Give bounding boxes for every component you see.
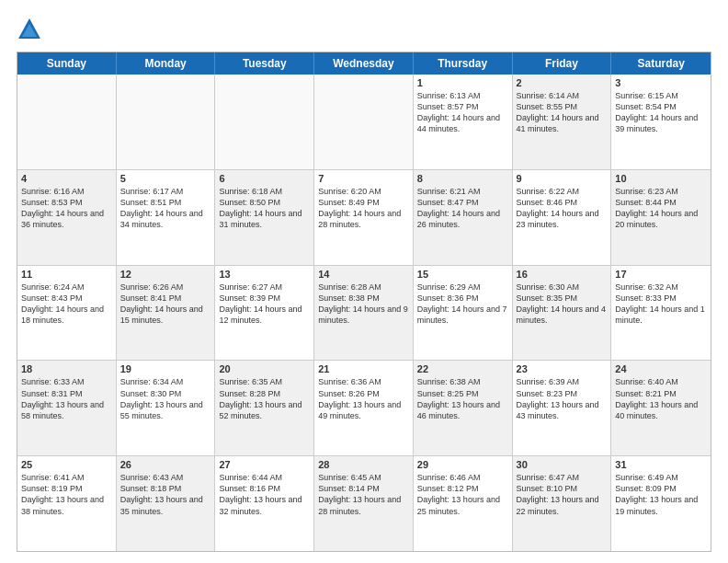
- day-cell-1: 1Sunrise: 6:13 AM Sunset: 8:57 PM Daylig…: [414, 75, 513, 169]
- day-info: Sunrise: 6:23 AM Sunset: 8:44 PM Dayligh…: [615, 187, 698, 229]
- day-info: Sunrise: 6:14 AM Sunset: 8:55 PM Dayligh…: [517, 91, 599, 133]
- day-info: Sunrise: 6:27 AM Sunset: 8:39 PM Dayligh…: [219, 282, 301, 325]
- day-cell-4: 4Sunrise: 6:16 AM Sunset: 8:53 PM Daylig…: [17, 170, 117, 265]
- day-number: 15: [417, 269, 508, 280]
- empty-cell: [17, 75, 117, 169]
- day-info: Sunrise: 6:36 AM Sunset: 8:26 PM Dayligh…: [318, 377, 401, 419]
- day-info: Sunrise: 6:33 AM Sunset: 8:31 PM Dayligh…: [21, 377, 104, 419]
- week-row-2: 4Sunrise: 6:16 AM Sunset: 8:53 PM Daylig…: [17, 169, 711, 265]
- day-number: 30: [517, 459, 608, 470]
- day-number: 29: [417, 459, 508, 470]
- day-cell-11: 11Sunrise: 6:24 AM Sunset: 8:43 PM Dayli…: [17, 266, 117, 361]
- header-day-sunday: Sunday: [17, 52, 117, 75]
- day-info: Sunrise: 6:17 AM Sunset: 8:51 PM Dayligh…: [120, 187, 203, 229]
- day-cell-5: 5Sunrise: 6:17 AM Sunset: 8:51 PM Daylig…: [117, 170, 216, 265]
- day-info: Sunrise: 6:28 AM Sunset: 8:38 PM Dayligh…: [318, 282, 408, 325]
- day-info: Sunrise: 6:24 AM Sunset: 8:43 PM Dayligh…: [21, 282, 104, 325]
- day-cell-22: 22Sunrise: 6:38 AM Sunset: 8:25 PM Dayli…: [414, 361, 513, 455]
- logo-icon: [17, 17, 42, 42]
- day-number: 8: [417, 173, 508, 184]
- day-cell-24: 24Sunrise: 6:40 AM Sunset: 8:21 PM Dayli…: [611, 361, 711, 455]
- day-cell-14: 14Sunrise: 6:28 AM Sunset: 8:38 PM Dayli…: [314, 266, 414, 361]
- day-info: Sunrise: 6:40 AM Sunset: 8:21 PM Dayligh…: [615, 377, 698, 419]
- day-number: 12: [120, 269, 211, 280]
- day-number: 13: [219, 269, 310, 280]
- day-info: Sunrise: 6:20 AM Sunset: 8:49 PM Dayligh…: [318, 187, 401, 229]
- day-info: Sunrise: 6:46 AM Sunset: 8:12 PM Dayligh…: [417, 473, 500, 515]
- day-info: Sunrise: 6:21 AM Sunset: 8:47 PM Dayligh…: [417, 187, 500, 229]
- day-number: 25: [21, 459, 112, 470]
- day-number: 24: [615, 363, 707, 374]
- day-info: Sunrise: 6:32 AM Sunset: 8:33 PM Dayligh…: [615, 282, 705, 325]
- header-day-thursday: Thursday: [414, 52, 513, 75]
- day-cell-15: 15Sunrise: 6:29 AM Sunset: 8:36 PM Dayli…: [414, 266, 513, 361]
- day-cell-2: 2Sunrise: 6:14 AM Sunset: 8:55 PM Daylig…: [513, 75, 612, 169]
- day-info: Sunrise: 6:29 AM Sunset: 8:36 PM Dayligh…: [417, 282, 507, 325]
- day-cell-31: 31Sunrise: 6:49 AM Sunset: 8:09 PM Dayli…: [611, 456, 711, 551]
- header-day-tuesday: Tuesday: [215, 52, 314, 75]
- day-info: Sunrise: 6:22 AM Sunset: 8:46 PM Dayligh…: [517, 187, 599, 229]
- day-number: 16: [517, 269, 608, 280]
- day-number: 27: [219, 459, 310, 470]
- week-row-3: 11Sunrise: 6:24 AM Sunset: 8:43 PM Dayli…: [17, 265, 711, 361]
- day-info: Sunrise: 6:35 AM Sunset: 8:28 PM Dayligh…: [219, 377, 301, 419]
- week-row-5: 25Sunrise: 6:41 AM Sunset: 8:19 PM Dayli…: [17, 455, 711, 551]
- day-number: 6: [219, 173, 310, 184]
- day-number: 19: [120, 363, 211, 374]
- empty-cell: [215, 75, 314, 169]
- header-day-saturday: Saturday: [611, 52, 711, 75]
- day-cell-7: 7Sunrise: 6:20 AM Sunset: 8:49 PM Daylig…: [314, 170, 414, 265]
- header: [17, 17, 711, 42]
- day-cell-30: 30Sunrise: 6:47 AM Sunset: 8:10 PM Dayli…: [513, 456, 612, 551]
- calendar-header: SundayMondayTuesdayWednesdayThursdayFrid…: [17, 52, 711, 75]
- day-cell-28: 28Sunrise: 6:45 AM Sunset: 8:14 PM Dayli…: [314, 456, 414, 551]
- day-cell-9: 9Sunrise: 6:22 AM Sunset: 8:46 PM Daylig…: [513, 170, 612, 265]
- day-number: 18: [21, 363, 112, 374]
- day-info: Sunrise: 6:49 AM Sunset: 8:09 PM Dayligh…: [615, 473, 698, 515]
- day-cell-25: 25Sunrise: 6:41 AM Sunset: 8:19 PM Dayli…: [17, 456, 117, 551]
- day-cell-16: 16Sunrise: 6:30 AM Sunset: 8:35 PM Dayli…: [513, 266, 612, 361]
- day-cell-6: 6Sunrise: 6:18 AM Sunset: 8:50 PM Daylig…: [215, 170, 314, 265]
- day-info: Sunrise: 6:43 AM Sunset: 8:18 PM Dayligh…: [120, 473, 203, 515]
- day-cell-27: 27Sunrise: 6:44 AM Sunset: 8:16 PM Dayli…: [215, 456, 314, 551]
- day-info: Sunrise: 6:13 AM Sunset: 8:57 PM Dayligh…: [417, 91, 500, 133]
- empty-cell: [117, 75, 216, 169]
- day-number: 7: [318, 173, 409, 184]
- calendar-body: 1Sunrise: 6:13 AM Sunset: 8:57 PM Daylig…: [17, 75, 711, 551]
- day-number: 10: [615, 173, 707, 184]
- day-number: 23: [517, 363, 608, 374]
- day-info: Sunrise: 6:18 AM Sunset: 8:50 PM Dayligh…: [219, 187, 301, 229]
- header-day-monday: Monday: [117, 52, 216, 75]
- calendar: SundayMondayTuesdayWednesdayThursdayFrid…: [17, 52, 711, 552]
- day-number: 31: [615, 459, 707, 470]
- empty-cell: [314, 75, 414, 169]
- day-number: 14: [318, 269, 409, 280]
- day-info: Sunrise: 6:30 AM Sunset: 8:35 PM Dayligh…: [517, 282, 607, 325]
- day-cell-17: 17Sunrise: 6:32 AM Sunset: 8:33 PM Dayli…: [611, 266, 711, 361]
- day-cell-20: 20Sunrise: 6:35 AM Sunset: 8:28 PM Dayli…: [215, 361, 314, 455]
- day-cell-29: 29Sunrise: 6:46 AM Sunset: 8:12 PM Dayli…: [414, 456, 513, 551]
- week-row-1: 1Sunrise: 6:13 AM Sunset: 8:57 PM Daylig…: [17, 75, 711, 169]
- day-cell-12: 12Sunrise: 6:26 AM Sunset: 8:41 PM Dayli…: [117, 266, 216, 361]
- day-number: 2: [517, 77, 608, 88]
- day-number: 3: [615, 77, 707, 88]
- day-number: 1: [417, 77, 508, 88]
- day-cell-21: 21Sunrise: 6:36 AM Sunset: 8:26 PM Dayli…: [314, 361, 414, 455]
- day-cell-3: 3Sunrise: 6:15 AM Sunset: 8:54 PM Daylig…: [611, 75, 711, 169]
- day-info: Sunrise: 6:45 AM Sunset: 8:14 PM Dayligh…: [318, 473, 401, 515]
- week-row-4: 18Sunrise: 6:33 AM Sunset: 8:31 PM Dayli…: [17, 360, 711, 455]
- day-cell-26: 26Sunrise: 6:43 AM Sunset: 8:18 PM Dayli…: [117, 456, 216, 551]
- day-cell-18: 18Sunrise: 6:33 AM Sunset: 8:31 PM Dayli…: [17, 361, 117, 455]
- day-cell-10: 10Sunrise: 6:23 AM Sunset: 8:44 PM Dayli…: [611, 170, 711, 265]
- day-number: 4: [21, 173, 112, 184]
- day-number: 9: [517, 173, 608, 184]
- page: SundayMondayTuesdayWednesdayThursdayFrid…: [0, 0, 728, 563]
- day-info: Sunrise: 6:16 AM Sunset: 8:53 PM Dayligh…: [21, 187, 104, 229]
- day-number: 5: [120, 173, 211, 184]
- day-number: 21: [318, 363, 409, 374]
- day-info: Sunrise: 6:44 AM Sunset: 8:16 PM Dayligh…: [219, 473, 301, 515]
- day-info: Sunrise: 6:41 AM Sunset: 8:19 PM Dayligh…: [21, 473, 104, 515]
- day-info: Sunrise: 6:39 AM Sunset: 8:23 PM Dayligh…: [517, 377, 599, 419]
- day-info: Sunrise: 6:15 AM Sunset: 8:54 PM Dayligh…: [615, 91, 698, 133]
- day-number: 11: [21, 269, 112, 280]
